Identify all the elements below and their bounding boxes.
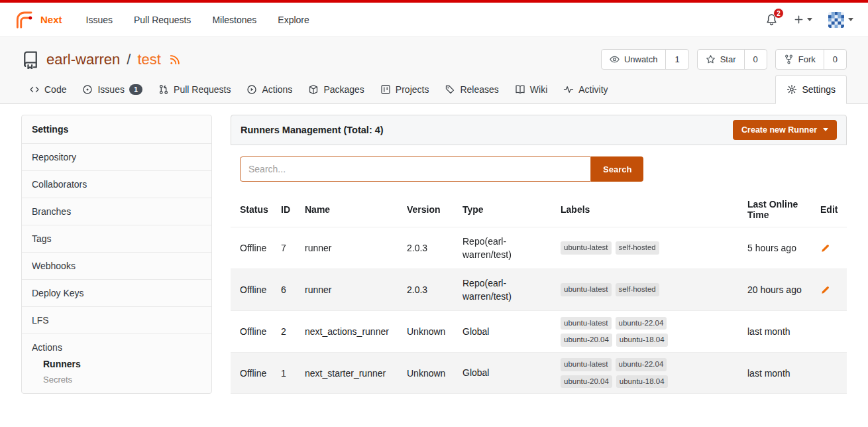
- runner-status: Offline: [240, 243, 281, 253]
- sidebar-subitem-secrets[interactable]: Secrets: [43, 375, 201, 385]
- tab-label: Issues: [97, 84, 124, 95]
- pull-request-icon: [158, 84, 169, 95]
- project-board-icon: [380, 84, 391, 95]
- nav-item-explore[interactable]: Explore: [267, 8, 319, 32]
- label-chip: ubuntu-20.04: [561, 375, 612, 389]
- label-chip: ubuntu-18.04: [616, 375, 668, 389]
- search-input[interactable]: [240, 156, 591, 182]
- runner-version: 2.0.3: [407, 243, 462, 253]
- col-last-online: Last Online Time: [747, 199, 820, 220]
- sidebar-group-actions: Actions Runners Secrets: [22, 334, 211, 393]
- issue-icon: [82, 84, 93, 95]
- create-new-menu-button[interactable]: [794, 15, 812, 25]
- runner-last-online: 5 hours ago: [747, 243, 820, 253]
- page: Next Issues Pull Requests Milestones Exp…: [0, 0, 868, 394]
- nav-item-issues[interactable]: Issues: [76, 8, 123, 32]
- create-runner-button[interactable]: Create new Runner: [733, 120, 837, 140]
- runner-type: Global: [462, 325, 561, 338]
- main-content: Settings Repository Collaborators Branch…: [0, 104, 868, 394]
- runner-edit-cell: [820, 285, 836, 295]
- search-bar: Search: [231, 145, 847, 192]
- tab-projects[interactable]: Projects: [372, 76, 437, 103]
- sidebar-subitem-runners[interactable]: Runners: [43, 359, 201, 369]
- edit-pencil-icon[interactable]: [820, 285, 836, 295]
- book-icon: [515, 84, 525, 95]
- navbar-left: Next Issues Pull Requests Milestones Exp…: [15, 8, 320, 32]
- tab-label: Settings: [802, 84, 836, 95]
- label-chip: ubuntu-22.04: [616, 317, 667, 330]
- runner-version: 2.0.3: [407, 284, 462, 295]
- tab-activity[interactable]: Activity: [555, 76, 616, 103]
- fork-icon: [784, 54, 794, 64]
- sidebar-item-deploy-keys[interactable]: Deploy Keys: [22, 280, 211, 307]
- tab-label: Projects: [396, 84, 429, 95]
- tab-releases[interactable]: Releases: [437, 76, 506, 103]
- tab-pull-requests[interactable]: Pull Requests: [150, 76, 239, 103]
- label-chip: ubuntu-20.04: [561, 334, 612, 347]
- edit-pencil-icon[interactable]: [820, 243, 836, 253]
- label-chip: ubuntu-22.04: [616, 358, 667, 371]
- label-chip: ubuntu-latest: [561, 317, 612, 330]
- stars-count[interactable]: 0: [744, 50, 767, 69]
- repo-owner-link[interactable]: earl-warren: [46, 51, 120, 68]
- watchers-count[interactable]: 1: [665, 50, 688, 69]
- top-navbar: Next Issues Pull Requests Milestones Exp…: [0, 3, 868, 37]
- brand-label[interactable]: Next: [40, 14, 62, 25]
- runner-labels: ubuntu-latest ubuntu-22.04 ubuntu-20.04 …: [561, 317, 693, 347]
- fork-button[interactable]: Fork: [776, 50, 824, 69]
- nav-item-pull-requests[interactable]: Pull Requests: [123, 8, 201, 32]
- sidebar-item-actions[interactable]: Actions: [32, 342, 201, 353]
- tab-wiki[interactable]: Wiki: [507, 76, 555, 103]
- repo-icon: [21, 50, 40, 69]
- repo-name-link[interactable]: test: [137, 51, 160, 68]
- runners-panel: Runners Management (Total: 4) Create new…: [231, 115, 847, 394]
- runner-version: Unknown: [407, 326, 462, 337]
- label-chip: self-hosted: [616, 241, 659, 255]
- fork-button-group: Fork 0: [775, 49, 847, 70]
- repo-breadcrumb: earl-warren / test: [21, 50, 181, 69]
- label-chip: self-hosted: [616, 283, 659, 296]
- tab-packages[interactable]: Packages: [300, 76, 372, 103]
- notifications-button[interactable]: 2: [765, 13, 778, 26]
- unwatch-button[interactable]: Unwatch: [602, 50, 666, 69]
- table-row: Offline 1 next_starter_runner Unknown Gl…: [231, 352, 847, 394]
- tab-label: Code: [44, 84, 66, 95]
- sidebar-item-branches[interactable]: Branches: [22, 198, 211, 225]
- tab-code[interactable]: Code: [21, 76, 74, 103]
- table-row: Offline 2 next_actions_runner Unknown Gl…: [231, 310, 847, 352]
- chevron-down-icon: [848, 18, 853, 24]
- sidebar-item-tags[interactable]: Tags: [22, 225, 211, 253]
- star-label: Star: [720, 54, 736, 64]
- tab-label: Wiki: [530, 84, 547, 95]
- sidebar-item-repository[interactable]: Repository: [22, 144, 211, 171]
- sidebar-item-collaborators[interactable]: Collaborators: [22, 171, 211, 198]
- runner-id: 6: [281, 284, 305, 295]
- user-avatar: [828, 12, 844, 28]
- runner-name: runner: [305, 284, 407, 295]
- tab-issues[interactable]: Issues 1: [74, 76, 150, 103]
- repo-title-row: earl-warren / test: [21, 49, 847, 70]
- repo-header-band: earl-warren / test: [0, 37, 868, 104]
- tab-label: Packages: [323, 84, 364, 95]
- panel-header: Runners Management (Total: 4) Create new…: [231, 115, 847, 145]
- watch-button-group: Unwatch 1: [601, 49, 689, 70]
- user-menu-button[interactable]: [828, 12, 853, 28]
- forgejo-logo-icon[interactable]: [15, 10, 34, 30]
- sidebar-item-lfs[interactable]: LFS: [22, 307, 211, 334]
- forks-count[interactable]: 0: [824, 50, 846, 69]
- search-button[interactable]: Search: [591, 156, 643, 182]
- tab-settings[interactable]: Settings: [775, 75, 847, 104]
- col-status: Status: [240, 204, 281, 215]
- star-button[interactable]: Star: [698, 50, 744, 69]
- label-chip: ubuntu-18.04: [616, 334, 668, 347]
- repo-action-buttons: Unwatch 1 Star 0: [601, 49, 847, 70]
- panel-title: Runners Management (Total: 4): [241, 125, 384, 135]
- nav-item-milestones[interactable]: Milestones: [201, 8, 267, 32]
- runner-id: 7: [281, 243, 305, 253]
- sidebar-item-webhooks[interactable]: Webhooks: [22, 253, 211, 280]
- runner-name: next_starter_runner: [305, 368, 407, 379]
- navbar-right: 2: [765, 12, 853, 28]
- rss-feed-icon[interactable]: [169, 54, 181, 66]
- tab-actions[interactable]: Actions: [239, 76, 300, 103]
- pulse-icon: [563, 84, 574, 95]
